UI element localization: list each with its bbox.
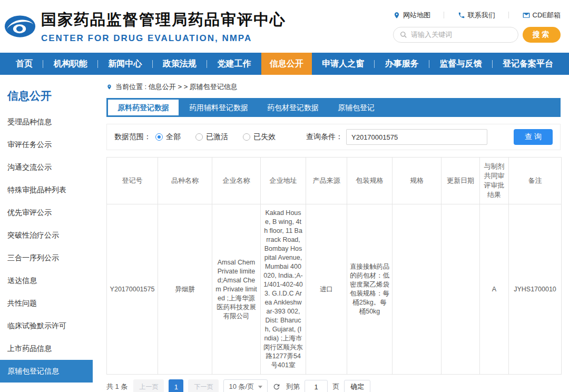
nav-item-info-disclosure[interactable]: 信息公开: [261, 53, 312, 75]
nav-divider: [374, 60, 375, 68]
cell-packaging-spec: 直接接触药品的药包材：低密度聚乙烯袋 包装规格：每桶25kg。每桶50kg: [347, 204, 393, 375]
data-range-radio-group: 全部 已激活 已失效: [155, 132, 276, 142]
cell-update-date: [442, 204, 480, 375]
cell-spec: [393, 204, 442, 375]
nav-divider: [43, 60, 43, 68]
chevron-down-icon: [258, 386, 262, 388]
search-field: [393, 27, 518, 43]
nav-item-party-building[interactable]: 党建工作: [213, 53, 256, 75]
sidebar-item-common-issues[interactable]: 共性问题: [0, 292, 93, 315]
total-count-label: 共 1 条: [106, 382, 127, 391]
site-header: 国家药品监督管理局药品审评中心 CENTER FOR DRUG EVALUATI…: [0, 0, 569, 53]
header-divider: [444, 12, 444, 18]
cde-website-page: 国家药品监督管理局药品审评中心 CENTER FOR DRUG EVALUATI…: [0, 0, 569, 392]
goto-page-suffix: 页: [332, 382, 339, 391]
table-row: Y20170001575 异烟肼 Amsal Chem Private limi…: [107, 204, 562, 375]
tab-bar: 原料药登记数据 药用辅料登记数据 药包材登记数据 原辅包登记: [106, 98, 561, 117]
tab-raw-excipient-package-registration[interactable]: 原辅包登记: [328, 98, 384, 117]
sidebar: 信息公开 受理品种信息 审评任务公示 沟通交流公示 特殊审批品种列表 优先审评公…: [0, 75, 93, 392]
nav-item-policies[interactable]: 政策法规: [159, 53, 201, 75]
tab-api-registration-data[interactable]: 原料药登记数据: [108, 100, 179, 115]
sidebar-title: 信息公开: [0, 81, 93, 111]
location-pin-icon: [106, 83, 112, 91]
sidebar-item-delivery-info[interactable]: 送达信息: [0, 269, 93, 292]
cell-registration-number: Y20170001575: [107, 204, 158, 375]
col-header-packaging-spec: 包装规格: [347, 158, 393, 204]
radio-button-icon: [243, 133, 250, 141]
radio-expired[interactable]: 已失效: [243, 132, 276, 142]
sidebar-item-priority-review-publicity[interactable]: 优先审评公示: [0, 201, 93, 224]
sidebar-item-raw-excipient-package-registration[interactable]: 原辅包登记信息: [0, 360, 93, 383]
col-header-product-source: 产品来源: [306, 158, 347, 204]
nav-divider: [492, 60, 493, 68]
search-button[interactable]: 搜索: [523, 27, 561, 43]
nav-item-applicant-window[interactable]: 申请人之窗: [318, 53, 368, 75]
contact-us-link[interactable]: 联系我们: [458, 11, 495, 20]
site-subtitle-en: CENTER FOR DRUG EVALUATION, NMPA: [41, 33, 286, 44]
registration-data-table: 登记号 品种名称 企业名称 企业地址 产品来源 包装规格 规格 更新日期 与制剂…: [106, 157, 562, 375]
tab-excipient-registration-data[interactable]: 药用辅料登记数据: [180, 98, 258, 117]
brand[interactable]: 国家药品监督管理局药品审评中心 CENTER FOR DRUG EVALUATI…: [4, 9, 286, 44]
pagination: 共 1 条 上一页 1 下一页 10 条/页 到第 页 确定: [106, 379, 561, 392]
header-right: 网站地图 联系我们 CDE邮箱 搜索: [393, 11, 561, 43]
cell-remark: JYHS1700010: [509, 204, 562, 375]
query-condition-input[interactable]: [346, 129, 487, 145]
nav-item-home[interactable]: 首页: [12, 53, 37, 75]
page-size-select[interactable]: 10 条/页: [223, 379, 268, 392]
sidebar-item-breakthrough-therapy-publicity[interactable]: 突破性治疗公示: [0, 224, 93, 247]
query-button[interactable]: 查 询: [514, 129, 553, 145]
sidebar-item-communication-publicity[interactable]: 沟通交流公示: [0, 156, 93, 179]
goto-page-label: 到第: [286, 382, 300, 391]
col-header-company-address: 企业地址: [261, 158, 306, 204]
main-content: 当前位置 : 信息公开 > > 原辅包登记信息 原料药登记数据 药用辅料登记数据…: [93, 75, 569, 392]
tab-packaging-material-registration-data[interactable]: 药包材登记数据: [258, 98, 328, 117]
header-divider: [508, 12, 509, 18]
cde-mailbox-link[interactable]: CDE邮箱: [523, 11, 561, 20]
nav-divider: [207, 60, 207, 68]
sidebar-item-accepted-variety-info[interactable]: 受理品种信息: [0, 111, 93, 133]
brand-text: 国家药品监督管理局药品审评中心 CENTER FOR DRUG EVALUATI…: [41, 9, 286, 44]
sitemap-link-label: 网站地图: [403, 11, 430, 20]
sidebar-item-review-task-publicity[interactable]: 审评任务公示: [0, 133, 93, 156]
radio-all[interactable]: 全部: [155, 132, 181, 142]
col-header-company-name: 企业名称: [212, 158, 261, 204]
table-header-row: 登记号 品种名称 企业名称 企业地址 产品来源 包装规格 规格 更新日期 与制剂…: [107, 158, 562, 204]
sitemap-link[interactable]: 网站地图: [393, 11, 430, 20]
col-header-update-date: 更新日期: [442, 158, 480, 204]
page-number-1[interactable]: 1: [169, 379, 183, 392]
radio-button-icon: [155, 133, 163, 141]
nav-item-news-center[interactable]: 新闻中心: [104, 53, 146, 75]
sidebar-item-special-approval-list[interactable]: 特殊审批品种列表: [0, 179, 93, 201]
sidebar-item-clinical-trial-implied-license[interactable]: 临床试验默示许可: [0, 315, 93, 337]
confirm-button[interactable]: 确定: [344, 380, 370, 392]
radio-activated[interactable]: 已激活: [195, 132, 228, 142]
col-header-remark: 备注: [509, 158, 562, 204]
col-header-registration-number: 登记号: [107, 158, 158, 204]
breadcrumb: 当前位置 : 信息公开 > > 原辅包登记信息: [106, 82, 561, 92]
nav-item-services[interactable]: 办事服务: [381, 53, 423, 75]
page-size-value: 10 条/页: [229, 382, 254, 391]
query-condition-label: 查询条件：: [306, 132, 343, 142]
col-header-joint-review-result: 与制剂共同审评审批结果: [480, 158, 509, 204]
cell-product-source: 进口: [306, 204, 347, 375]
cde-logo-icon: [4, 15, 36, 38]
mail-icon: [523, 12, 530, 19]
nav-item-registration-platform[interactable]: 登记备案平台: [498, 53, 557, 75]
sidebar-item-three-in-one-publicity[interactable]: 三合一序列公示: [0, 247, 93, 269]
refresh-icon[interactable]: [272, 383, 281, 391]
next-page-button[interactable]: 下一页: [188, 379, 219, 392]
cell-company-address: Kakad House, B wing, 4th floor, 11 Barra…: [261, 204, 306, 375]
nav-item-supervision-feedback[interactable]: 监督与反馈: [435, 53, 486, 75]
site-title: 国家药品监督管理局药品审评中心: [41, 9, 286, 31]
nav-divider: [152, 60, 153, 68]
keyword-search-input[interactable]: [411, 31, 512, 38]
data-range-label: 数据范围：: [114, 132, 151, 142]
cell-company-name: Amsal Chem Private limited;Amsal Chem Pr…: [212, 204, 261, 375]
radio-all-label: 全部: [166, 132, 181, 142]
goto-page-input[interactable]: [305, 380, 328, 392]
nav-item-functions[interactable]: 机构职能: [50, 53, 92, 75]
main-nav: 首页 机构职能 新闻中心 政策法规 党建工作 信息公开 申请人之窗 办事服务 监…: [0, 53, 569, 75]
radio-button-icon: [195, 133, 203, 141]
sidebar-item-marketed-drug-info[interactable]: 上市药品信息: [0, 337, 93, 360]
prev-page-button[interactable]: 上一页: [133, 379, 164, 392]
